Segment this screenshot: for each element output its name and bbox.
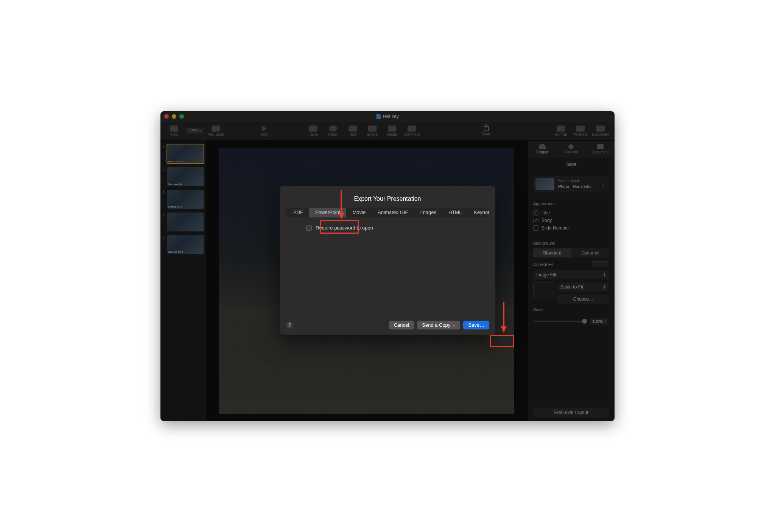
animate-icon	[568, 143, 574, 150]
export-tab-html[interactable]: HTML	[442, 208, 468, 217]
play-icon	[262, 126, 267, 132]
slide-thumbnail[interactable]: 4	[163, 212, 204, 231]
chevron-down-icon: ⌄	[601, 181, 607, 187]
thumb-number: 5	[163, 235, 166, 240]
toolbar-text[interactable]: Text	[344, 126, 361, 136]
slider-knob[interactable]	[582, 319, 587, 324]
fill-preview[interactable]	[533, 282, 554, 298]
toolbar-play[interactable]: Play	[256, 126, 273, 136]
cancel-button[interactable]: Cancel	[389, 321, 414, 329]
toolbar-format[interactable]: Format	[552, 126, 569, 136]
require-password-label: Require password to open	[316, 225, 373, 231]
titlebar: test key	[160, 111, 615, 122]
document-title-text: test key	[383, 114, 398, 119]
table-icon	[309, 126, 317, 132]
minimize-window-button[interactable]	[172, 114, 176, 119]
checkbox-icon	[533, 225, 538, 231]
thumb-image	[167, 212, 204, 231]
export-tab-powerpoint[interactable]: PowerPoint	[309, 208, 346, 217]
dialog-footer: ? Cancel Send a Copy ⌄ Save…	[280, 315, 495, 335]
thumb-number: 4	[163, 212, 166, 217]
toolbar-document[interactable]: Document	[592, 126, 609, 136]
export-tab-animated-gif[interactable]: Animated GIF	[372, 208, 414, 217]
layout-thumb	[535, 178, 554, 190]
current-fill-swatch[interactable]	[592, 261, 609, 267]
thumb-number: 2	[163, 167, 166, 172]
scale-slider[interactable]	[533, 321, 587, 322]
background-segment: Standard Dynamic	[533, 248, 609, 257]
dialog-title: Export Your Presentation	[280, 186, 495, 208]
toolbar-comment[interactable]: Comment	[403, 126, 420, 136]
inspector-tabs: Format Animate Document	[528, 141, 615, 158]
export-dialog: Export Your Presentation PDF PowerPoint …	[280, 186, 495, 335]
document-icon	[597, 144, 604, 149]
document-icon	[376, 114, 381, 119]
format-icon	[539, 144, 546, 149]
checkbox-icon	[533, 210, 538, 216]
appearance-title-check[interactable]: Title	[533, 209, 609, 217]
toolbar-chart[interactable]: Chart	[325, 126, 341, 136]
toolbar-animate[interactable]: Animate	[572, 126, 589, 136]
export-tab-pdf[interactable]: PDF	[286, 208, 309, 217]
stepper-icon[interactable]: ▲▼	[604, 319, 607, 323]
toolbar: View 125% ▾ Add Slide Play Table Chart T…	[160, 122, 615, 141]
slide-navigator[interactable]: 1PROJECT TITLE2Secondary title3SAMPLE TI…	[160, 141, 206, 421]
updown-icon: ▲▼	[603, 273, 606, 277]
scale-label: Scale	[533, 307, 609, 312]
toolbar-table[interactable]: Table	[305, 126, 322, 136]
text-icon	[349, 126, 357, 132]
export-tab-keynote09[interactable]: Keynote '09	[468, 208, 489, 217]
inspector: Format Animate Document Slide Slide Layo…	[528, 141, 615, 421]
thumb-image: SAMPLE TITLE	[167, 190, 204, 209]
window-traffic-lights	[164, 114, 184, 119]
updown-icon: ▲▼	[603, 285, 606, 289]
inspector-tab-document[interactable]: Document	[586, 141, 615, 158]
animate-icon	[576, 126, 585, 132]
toolbar-shape[interactable]: Shape	[364, 126, 381, 136]
toolbar-zoom[interactable]: 125% ▾	[185, 128, 204, 134]
media-icon	[388, 126, 396, 132]
scale-mode-select[interactable]: Scale to Fit ▲▼	[557, 282, 609, 292]
thumb-number: 3	[163, 190, 166, 194]
format-icon	[557, 126, 565, 132]
save-button[interactable]: Save…	[463, 321, 489, 329]
inspector-tab-animate[interactable]: Animate	[557, 141, 585, 158]
background-standard[interactable]: Standard	[533, 248, 571, 257]
slide-layout-picker[interactable]: Slide Layout Photo - Horizontal ⌄	[533, 176, 609, 192]
appearance-body-check[interactable]: Body	[533, 217, 609, 224]
slide-thumbnail[interactable]: 2Secondary title	[163, 167, 204, 186]
thumb-number: 1	[163, 144, 166, 149]
appearance-slidenum-check[interactable]: Slide Number	[533, 224, 609, 232]
edit-slide-layout-button[interactable]: Edit Slide Layout	[533, 408, 609, 417]
require-password-row[interactable]: Require password to open	[280, 217, 495, 231]
view-icon	[170, 126, 178, 132]
toolbar-media[interactable]: Media	[384, 126, 400, 136]
help-button[interactable]: ?	[286, 321, 293, 329]
thumb-image: Secondary title	[167, 167, 204, 186]
export-tab-images[interactable]: Images	[414, 208, 442, 217]
toolbar-share[interactable]: Share	[478, 126, 495, 136]
checkbox-icon[interactable]	[306, 225, 312, 231]
toolbar-view[interactable]: View	[166, 126, 182, 136]
slide-thumbnail[interactable]: 5PROJECT TITLE	[163, 235, 204, 254]
send-copy-button[interactable]: Send a Copy ⌄	[417, 321, 460, 329]
appearance-label: Appearance	[533, 202, 609, 206]
thumb-image: PROJECT TITLE	[167, 144, 204, 163]
document-tb-icon	[596, 126, 605, 132]
export-tab-movie[interactable]: Movie	[346, 208, 372, 217]
current-fill-label: Current Fill	[533, 262, 554, 267]
scale-value[interactable]: 100% ▲▼	[590, 318, 609, 325]
fill-type-select[interactable]: Image Fill ▲▼	[533, 270, 609, 279]
inspector-tab-format[interactable]: Format	[528, 141, 557, 158]
export-format-tabs: PDF PowerPoint Movie Animated GIF Images…	[286, 208, 489, 217]
add-slide-icon	[212, 126, 220, 132]
choose-image-button[interactable]: Choose…	[557, 295, 609, 304]
checkbox-icon	[533, 218, 538, 223]
background-dynamic[interactable]: Dynamic	[571, 248, 610, 257]
toolbar-add-slide[interactable]: Add Slide	[207, 126, 224, 136]
close-window-button[interactable]	[164, 114, 169, 119]
zoom-window-button[interactable]	[179, 114, 184, 119]
slide-thumbnail[interactable]: 1PROJECT TITLE	[163, 144, 204, 163]
comment-icon	[408, 126, 416, 132]
slide-thumbnail[interactable]: 3SAMPLE TITLE	[163, 190, 204, 209]
